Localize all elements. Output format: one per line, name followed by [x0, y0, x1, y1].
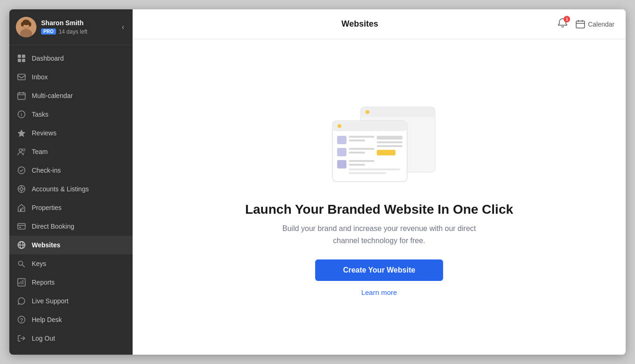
svg-rect-65 [337, 148, 346, 156]
calendar-button[interactable]: Calendar [576, 20, 614, 29]
sidebar-item-help-desk[interactable]: ? Help Desk [9, 310, 133, 329]
sidebar-label-reports: Reports [32, 279, 55, 286]
tasks-icon: ! [17, 110, 26, 119]
sidebar-item-accounts-listings[interactable]: Accounts & Listings [9, 180, 133, 198]
svg-rect-75 [349, 168, 400, 170]
sidebar-label-team: Team [32, 148, 48, 155]
svg-rect-70 [377, 145, 402, 147]
svg-rect-9 [18, 59, 21, 62]
sidebar-item-check-ins[interactable]: Check-ins [9, 161, 133, 180]
svg-rect-62 [337, 136, 346, 144]
reports-icon [17, 278, 26, 287]
sidebar-item-multi-calendar[interactable]: Multi-calendar [9, 86, 133, 105]
properties-icon [17, 203, 26, 212]
main-heading: Launch Your Branded Website In One Click [245, 202, 513, 217]
sidebar-label-dashboard: Dashboard [32, 55, 64, 62]
svg-point-61 [338, 124, 341, 128]
sidebar-label-multi-calendar: Multi-calendar [32, 92, 73, 99]
svg-rect-32 [19, 227, 21, 228]
sidebar-item-direct-booking[interactable]: Direct Booking [9, 217, 133, 236]
user-name: Sharon Smith [41, 19, 120, 27]
pro-badge: PRO [41, 28, 56, 35]
svg-rect-63 [349, 136, 374, 138]
sidebar-item-dashboard[interactable]: Dashboard [9, 49, 133, 68]
svg-point-23 [20, 188, 23, 190]
sidebar-label-inbox: Inbox [32, 73, 48, 81]
svg-rect-11 [18, 74, 25, 80]
website-illustration [314, 98, 444, 191]
sidebar-item-logout[interactable]: Log Out [9, 329, 133, 348]
nav-items: Dashboard Inbox [9, 45, 133, 355]
svg-rect-76 [349, 172, 386, 174]
topbar-actions: 1 Calendar [557, 18, 614, 31]
user-info: Sharon Smith PRO 14 days left [41, 19, 120, 35]
svg-rect-66 [349, 148, 374, 150]
sidebar-item-reports[interactable]: Reports [9, 273, 133, 292]
svg-point-36 [19, 261, 23, 266]
main-subtext: Build your brand and increase your reven… [281, 223, 477, 246]
calendar-icon [17, 91, 26, 100]
sidebar-label-reviews: Reviews [32, 129, 56, 137]
svg-rect-72 [337, 160, 346, 168]
svg-point-19 [19, 149, 22, 152]
svg-rect-30 [18, 224, 25, 229]
main-content: Launch Your Branded Website In One Click… [133, 39, 626, 355]
websites-icon [17, 240, 26, 250]
learn-more-link[interactable]: Learn more [361, 288, 397, 296]
inbox-icon [17, 72, 26, 82]
reviews-icon [17, 128, 26, 138]
svg-rect-29 [22, 208, 23, 209]
svg-point-5 [21, 22, 24, 27]
svg-rect-71 [377, 150, 395, 155]
sidebar-item-inbox[interactable]: Inbox [9, 68, 133, 86]
notification-button[interactable]: 1 [557, 18, 568, 31]
calendar-label: Calendar [588, 21, 614, 28]
direct-booking-icon [17, 222, 26, 231]
sidebar-label-live-support: Live Support [32, 297, 69, 305]
sidebar-item-tasks[interactable]: ! Tasks [9, 105, 133, 124]
svg-rect-28 [20, 209, 21, 211]
sidebar-item-keys[interactable]: Keys [9, 254, 133, 273]
svg-rect-74 [349, 164, 365, 166]
keys-icon [17, 259, 26, 268]
sidebar-item-websites[interactable]: Websites [9, 236, 133, 254]
live-support-icon [17, 296, 26, 306]
main-panel: Websites 1 Calendar [133, 9, 626, 355]
svg-point-49 [366, 110, 369, 114]
page-title: Websites [341, 19, 378, 29]
accounts-icon [17, 184, 26, 194]
sidebar-item-live-support[interactable]: Live Support [9, 292, 133, 310]
sidebar-label-accounts-listings: Accounts & Listings [32, 185, 89, 193]
svg-rect-10 [22, 59, 25, 62]
svg-text:?: ? [20, 317, 23, 323]
sidebar-header: Sharon Smith PRO 14 days left ‹ [9, 9, 133, 45]
user-meta: PRO 14 days left [41, 28, 120, 35]
sidebar-label-tasks: Tasks [32, 111, 49, 118]
team-icon [17, 147, 26, 156]
svg-rect-8 [22, 55, 25, 58]
sidebar-label-direct-booking: Direct Booking [32, 223, 74, 230]
svg-marker-18 [18, 129, 26, 137]
topbar: Websites 1 Calendar [133, 9, 626, 39]
notification-badge: 1 [564, 16, 570, 22]
svg-rect-73 [349, 160, 374, 162]
svg-rect-68 [377, 136, 402, 140]
help-desk-icon: ? [17, 315, 26, 324]
svg-rect-60 [332, 121, 407, 131]
svg-point-6 [28, 22, 31, 27]
logout-icon [17, 334, 26, 343]
sidebar-label-websites: Websites [32, 241, 60, 249]
create-website-button[interactable]: Create Your Website [315, 259, 444, 281]
days-left: 14 days left [59, 28, 87, 35]
svg-point-21 [18, 167, 25, 174]
sidebar-item-properties[interactable]: Properties [9, 198, 133, 217]
sidebar-label-check-ins: Check-ins [32, 167, 61, 174]
collapse-button[interactable]: ‹ [120, 21, 126, 33]
sidebar-label-help-desk: Help Desk [32, 316, 62, 323]
calendar-nav-icon [576, 20, 585, 29]
sidebar-item-reviews[interactable]: Reviews [9, 124, 133, 142]
sidebar-label-keys: Keys [32, 260, 46, 267]
svg-rect-43 [576, 21, 585, 28]
sidebar-item-team[interactable]: Team [9, 142, 133, 161]
svg-text:!: ! [21, 112, 22, 117]
